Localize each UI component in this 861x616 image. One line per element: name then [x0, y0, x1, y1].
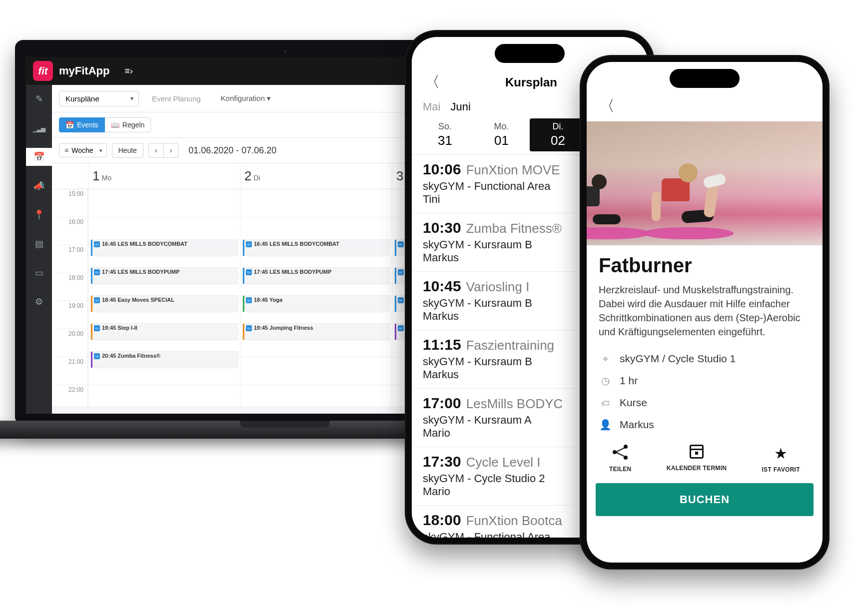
rss-icon: ═	[246, 297, 252, 303]
calendar-event[interactable]: ═17:45 LES MILLS BODYPUMP	[90, 267, 238, 284]
day-of-month: 02	[531, 133, 585, 148]
back-button[interactable]: 〈	[596, 94, 619, 118]
sidebar	[26, 85, 52, 414]
month-current[interactable]: Juni	[450, 100, 470, 113]
rss-icon: ═	[94, 353, 100, 359]
sidebar-item-edit[interactable]	[26, 90, 52, 108]
class-title: Fatburner	[587, 245, 823, 283]
time-gutter: 15:00 16:00 17:00 18:00 19:00 20:00 21:0…	[52, 189, 88, 406]
slot-time: 18:00	[423, 512, 461, 529]
plan-dropdown[interactable]: Kurspläne	[59, 91, 139, 106]
tab-config[interactable]: Konfiguration ▾	[214, 90, 278, 107]
day-cell[interactable]: Di.02	[530, 118, 586, 151]
calendar-event[interactable]: ═16:45 LES MILLS BODYCOMBAT	[242, 239, 390, 256]
calendar-label: KALENDER TERMIN	[667, 465, 727, 472]
pencil-icon	[35, 93, 43, 104]
meta-category-text: Kurse	[620, 397, 647, 409]
time-label: 15:00	[52, 189, 87, 217]
day-cell[interactable]: Mo.01	[473, 118, 530, 151]
slot-name: FunXtion Bootca	[466, 513, 562, 529]
meta-location: skyGYM / Cycle Studio 1	[599, 348, 811, 370]
location-icon	[599, 353, 612, 365]
slot-name: FunXtion MOVE	[466, 162, 560, 178]
brand-title: myFitApp	[59, 64, 109, 77]
brand-logo: fit	[33, 61, 53, 81]
calendar-event[interactable]: ═19:45 Jumping Fitness	[242, 323, 390, 340]
detail-actions: TEILEN KALENDER TERMIN IST FAVORIT	[587, 436, 823, 478]
event-label: 16:45 LES MILLS BODYCOMBAT	[102, 241, 236, 255]
time-label: 16:00	[52, 217, 87, 245]
pin-icon	[33, 209, 44, 220]
next-button[interactable]: ›	[164, 143, 179, 158]
star-icon	[774, 445, 788, 462]
calendar-event[interactable]: ═17:45 LES MILLS BODYPUMP	[242, 267, 390, 284]
bar-chart-icon	[33, 123, 45, 133]
rss-icon: ═	[398, 241, 404, 247]
calendar-event[interactable]: ═20:45 Zumba Fitness®	[90, 351, 238, 368]
tab-event-planning[interactable]: Event Planung	[145, 90, 208, 107]
sidebar-item-docs[interactable]	[26, 235, 52, 253]
slot-time: 10:06	[423, 161, 461, 178]
sidebar-item-location[interactable]	[26, 206, 52, 224]
hamburger-icon[interactable]: ≡›	[124, 66, 133, 76]
gutter-head	[52, 163, 88, 189]
view-range-dropdown[interactable]: Woche	[59, 143, 107, 157]
event-label: 19:45 Step I-II	[102, 325, 236, 339]
meta-duration: 1 hr	[599, 370, 811, 392]
prev-button[interactable]: ‹	[148, 143, 164, 158]
rss-icon: ═	[94, 269, 100, 275]
phone-icon	[35, 267, 43, 278]
calendar-action[interactable]: KALENDER TERMIN	[667, 445, 727, 473]
laptop-camera	[283, 50, 286, 53]
share-action[interactable]: TEILEN	[609, 445, 631, 473]
class-meta: skyGYM / Cycle Studio 1 1 hr Kurse Marku…	[587, 348, 823, 436]
tag-icon	[599, 397, 612, 409]
sidebar-item-stats[interactable]	[26, 119, 52, 137]
tab-config-label: Konfiguration	[221, 94, 265, 102]
rss-icon: ═	[398, 269, 404, 275]
chevron-down-icon: ▾	[267, 94, 271, 102]
day-col-mo[interactable]: ═16:45 LES MILLS BODYCOMBAT═17:45 LES MI…	[88, 189, 240, 406]
month-prev[interactable]: Mai	[423, 100, 440, 113]
time-label: 17:00	[52, 245, 87, 273]
day-of-week: So.	[418, 121, 472, 132]
book-button[interactable]: BUCHEN	[596, 483, 814, 516]
meta-location-text: skyGYM / Cycle Studio 1	[620, 353, 736, 365]
calendar-event[interactable]: ═19:45 Step I-II	[90, 323, 238, 340]
rss-icon: ═	[94, 325, 100, 331]
slot-time: 11:15	[423, 336, 461, 353]
calendar-event[interactable]: ═16:45 LES MILLS BODYCOMBAT	[90, 239, 238, 256]
time-label: 20:00	[52, 329, 87, 357]
slot-time: 10:45	[423, 278, 461, 295]
calendar-event[interactable]: ═18:45 Yoga	[242, 295, 390, 312]
event-label: 19:45 Jumping Fitness	[254, 325, 388, 339]
sidebar-item-settings[interactable]	[26, 293, 52, 311]
meta-trainer-text: Markus	[620, 419, 654, 431]
rss-icon: ═	[246, 241, 252, 247]
slot-name: Zumba Fitness®	[466, 221, 562, 236]
calendar-event[interactable]: ═18:45 Easy Moves SPECIAL	[90, 295, 238, 312]
day-cell[interactable]: So.31	[417, 118, 473, 151]
time-label: 18:00	[52, 273, 87, 301]
events-button[interactable]: Events	[59, 117, 105, 132]
slot-time: 10:30	[423, 219, 461, 236]
favorite-action[interactable]: IST FAVORIT	[762, 445, 800, 473]
meta-category: Kurse	[599, 392, 811, 414]
slot-time: 17:30	[423, 453, 461, 470]
share-icon	[613, 445, 628, 460]
megaphone-icon	[33, 180, 44, 191]
meta-trainer: Markus	[599, 414, 811, 436]
sidebar-item-calendar[interactable]	[26, 148, 52, 166]
day-col-di[interactable]: ═16:45 LES MILLS BODYCOMBAT═17:45 LES MI…	[240, 189, 392, 406]
event-label: 17:45 LES MILLS BODYPUMP	[254, 269, 388, 283]
today-button[interactable]: Heute	[112, 143, 143, 158]
sidebar-item-announce[interactable]	[26, 177, 52, 195]
day-of-month: 31	[418, 133, 472, 148]
rules-button[interactable]: Regeln	[105, 117, 151, 132]
time-label: 19:00	[52, 301, 87, 329]
event-label: 20:45 Zumba Fitness®	[102, 353, 236, 367]
rss-icon: ═	[94, 297, 100, 303]
phone-detail-screen: 〈 Fatburner Herzkreislauf- und Muskelstr…	[587, 62, 823, 563]
sidebar-item-device[interactable]	[26, 264, 52, 282]
slot-name: Variosling I	[466, 279, 530, 295]
